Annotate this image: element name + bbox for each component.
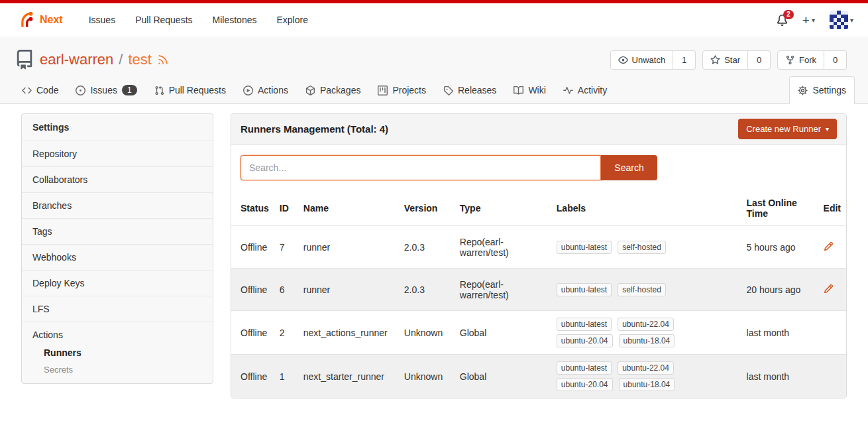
header-id: ID bbox=[274, 191, 298, 226]
runner-label: ubuntu-latest bbox=[557, 241, 612, 254]
header-edit: Edit bbox=[818, 191, 846, 226]
search-button[interactable]: Search bbox=[601, 155, 657, 180]
nav-item-issues[interactable]: Issues bbox=[80, 9, 124, 30]
sidebar-item-actions[interactable]: Actions bbox=[22, 322, 213, 344]
create-new-dropdown[interactable]: + ▾ bbox=[802, 14, 815, 27]
tab-code[interactable]: Code bbox=[13, 76, 67, 104]
repo-owner-link[interactable]: earl-warren bbox=[40, 51, 113, 68]
sidebar-item-collaborators[interactable]: Collaborators bbox=[22, 166, 213, 192]
gear-icon bbox=[798, 86, 808, 95]
navbar-right: 2 + ▾ ▾ bbox=[777, 11, 853, 29]
tab-pull-requests[interactable]: Pull Requests bbox=[146, 76, 235, 104]
project-icon bbox=[378, 86, 388, 95]
settings-sidebar: Settings Repository Collaborators Branch… bbox=[21, 113, 213, 384]
edit-runner-button[interactable] bbox=[824, 241, 834, 251]
sidebar-item-lfs[interactable]: LFS bbox=[22, 296, 213, 322]
forgejo-logo-icon bbox=[15, 10, 34, 30]
fork-button-group: Fork 0 bbox=[777, 50, 847, 70]
runner-labels: ubuntu-latest self-hosted bbox=[557, 283, 680, 296]
runner-version: 2.0.3 bbox=[399, 226, 455, 269]
watchers-count[interactable]: 1 bbox=[673, 50, 696, 70]
tab-settings-label: Settings bbox=[812, 85, 846, 95]
star-button[interactable]: Star bbox=[702, 50, 748, 70]
runner-version: Unknown bbox=[399, 311, 455, 355]
create-runner-label: Create new Runner bbox=[746, 124, 821, 134]
tab-releases-label: Releases bbox=[458, 85, 496, 95]
avatar bbox=[830, 11, 848, 29]
runners-table: Status ID Name Version Type Labels Last … bbox=[231, 191, 846, 398]
tab-actions-label: Actions bbox=[258, 85, 288, 95]
tab-pull-requests-label: Pull Requests bbox=[169, 85, 226, 95]
runner-label: ubuntu-20.04 bbox=[557, 378, 613, 391]
runner-type: Global bbox=[455, 355, 551, 398]
pencil-icon bbox=[824, 241, 834, 251]
star-button-group: Star 0 bbox=[702, 50, 771, 70]
unwatch-label: Unwatch bbox=[632, 55, 666, 65]
tag-icon bbox=[443, 86, 453, 95]
tab-code-label: Code bbox=[36, 85, 58, 95]
home-link[interactable]: Next bbox=[15, 10, 63, 30]
eye-icon bbox=[618, 55, 628, 65]
runner-type: Global bbox=[455, 311, 551, 355]
runner-version: 2.0.3 bbox=[399, 269, 455, 311]
tab-packages[interactable]: Packages bbox=[297, 76, 369, 104]
sidebar-item-tags[interactable]: Tags bbox=[22, 218, 213, 244]
header-status: Status bbox=[231, 191, 274, 226]
repository-icon bbox=[15, 50, 34, 70]
runner-id: 1 bbox=[274, 355, 298, 398]
tab-activity[interactable]: Activity bbox=[555, 76, 616, 104]
unwatch-button[interactable]: Unwatch bbox=[610, 50, 674, 70]
nav-item-milestones[interactable]: Milestones bbox=[204, 9, 266, 30]
fork-label: Fork bbox=[799, 55, 816, 65]
runner-id: 7 bbox=[274, 226, 298, 269]
runner-name: next_actions_runner bbox=[298, 311, 399, 355]
sidebar-item-repository[interactable]: Repository bbox=[22, 141, 213, 166]
runner-label: ubuntu-latest bbox=[557, 283, 612, 296]
search-input[interactable] bbox=[241, 155, 601, 180]
tab-packages-label: Packages bbox=[320, 85, 360, 95]
rss-feed-button[interactable] bbox=[157, 54, 169, 66]
tab-actions[interactable]: Actions bbox=[235, 76, 297, 104]
tab-releases[interactable]: Releases bbox=[435, 76, 505, 104]
pencil-icon bbox=[824, 284, 834, 294]
main-content: Settings Repository Collaborators Branch… bbox=[0, 104, 868, 398]
repo-name-link[interactable]: test bbox=[128, 51, 151, 68]
table-row: Offline 1 next_starter_runner Unknown Gl… bbox=[231, 355, 846, 398]
sidebar-item-secrets[interactable]: Secrets bbox=[22, 361, 213, 378]
table-row: Offline 2 next_actions_runner Unknown Gl… bbox=[231, 311, 846, 355]
tab-projects[interactable]: Projects bbox=[369, 76, 435, 104]
runner-type: Repo(earl-warren/test) bbox=[455, 226, 551, 269]
sidebar-title: Settings bbox=[22, 114, 213, 141]
runner-label: ubuntu-22.04 bbox=[618, 361, 674, 375]
tab-settings[interactable]: Settings bbox=[789, 76, 855, 104]
chevron-down-icon: ▾ bbox=[812, 17, 815, 24]
sidebar-item-webhooks[interactable]: Webhooks bbox=[22, 244, 213, 270]
star-icon bbox=[710, 55, 720, 65]
table-row: Offline 7 runner 2.0.3 Repo(earl-warren/… bbox=[231, 226, 846, 269]
edit-runner-button[interactable] bbox=[824, 284, 834, 294]
sidebar-item-runners[interactable]: Runners bbox=[22, 344, 213, 361]
fork-icon bbox=[785, 55, 795, 65]
tab-wiki[interactable]: Wiki bbox=[505, 76, 554, 104]
tab-wiki-label: Wiki bbox=[528, 85, 545, 95]
nav-item-explore[interactable]: Explore bbox=[268, 9, 316, 30]
runner-label: ubuntu-22.04 bbox=[618, 318, 674, 331]
create-runner-button[interactable]: Create new Runner ▾ bbox=[738, 119, 837, 139]
fork-button[interactable]: Fork bbox=[777, 50, 824, 70]
runner-id: 6 bbox=[274, 269, 298, 311]
runners-title: Runners Management (Total: 4) bbox=[241, 123, 388, 135]
user-menu[interactable]: ▾ bbox=[830, 11, 853, 29]
notifications-button[interactable]: 2 bbox=[777, 15, 788, 26]
runner-status: Offline bbox=[231, 269, 274, 311]
nav-item-pull-requests[interactable]: Pull Requests bbox=[127, 9, 201, 30]
stars-count[interactable]: 0 bbox=[748, 50, 771, 70]
sidebar-item-deploy-keys[interactable]: Deploy Keys bbox=[22, 270, 213, 296]
forks-count[interactable]: 0 bbox=[824, 50, 847, 70]
runner-label: ubuntu-18.04 bbox=[619, 378, 675, 391]
tab-issues[interactable]: Issues 1 bbox=[67, 76, 145, 104]
runner-last-online: last month bbox=[741, 355, 818, 398]
sidebar-item-branches[interactable]: Branches bbox=[22, 192, 213, 218]
runner-version: Unknown bbox=[399, 355, 455, 398]
runner-last-online: 5 hours ago bbox=[741, 226, 818, 269]
header-type: Type bbox=[455, 191, 551, 226]
